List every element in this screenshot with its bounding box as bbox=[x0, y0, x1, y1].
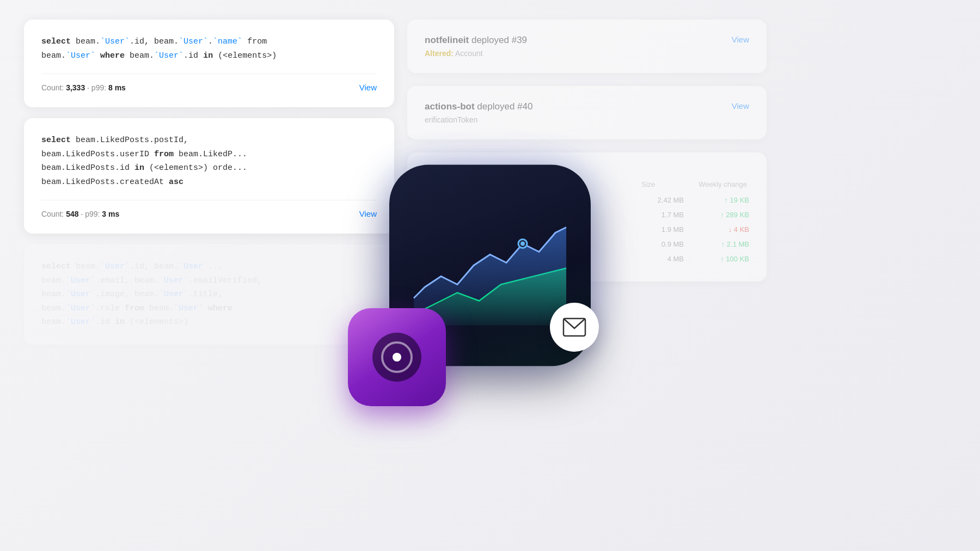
deploy-title-1: notfelineit deployed #39 bbox=[425, 35, 527, 46]
size-row: comments 1.9 MB ↓ 4 KB bbox=[425, 222, 749, 237]
db-size-label: e size: 125 MB ↑ 3.7 MB bbox=[425, 168, 749, 177]
view-link-2[interactable]: View bbox=[359, 209, 377, 218]
size-row: post_media 0.9 MB ↑ 2.1 MB bbox=[425, 237, 749, 252]
sql-meta-2: Count: 548 · p99: 3 ms View bbox=[41, 209, 377, 218]
size-rows: token 2.42 MB ↑ 19 KB teams 1.7 MB ↑ 289… bbox=[425, 193, 749, 266]
table-change: ↑ 19 KB bbox=[706, 196, 749, 204]
right-panel: notfelineit deployed #39 Altered: Accoun… bbox=[407, 20, 767, 281]
deploy-title-2: actions-bot deployed #40 bbox=[425, 101, 532, 112]
table-size: 1.9 MB bbox=[646, 225, 684, 234]
sql-card-2: select beam.LikedPosts.postId, beam.Like… bbox=[24, 118, 394, 234]
deploy-card-2: actions-bot deployed #40 erificationToke… bbox=[407, 86, 767, 139]
table-change: ↓ 4 KB bbox=[706, 225, 749, 234]
db-size-increase: ↑ 3.7 MB bbox=[485, 168, 518, 177]
db-size-card: e size: 125 MB ↑ 3.7 MB Size Weekly chan… bbox=[407, 152, 767, 281]
count-label-1: Count: bbox=[41, 83, 64, 92]
sql-where: where bbox=[100, 51, 125, 60]
deploy-subtitle-2: erificationToken bbox=[425, 115, 532, 124]
sql-code-2: select beam.LikedPosts.postId, beam.Like… bbox=[41, 133, 377, 189]
deploy-info-1: notfelineit deployed #39 Altered: Accoun… bbox=[425, 35, 527, 58]
size-table-header: Size Weekly change bbox=[425, 180, 749, 188]
table-name: teams bbox=[425, 211, 446, 219]
size-row: 2 other tables 4 MB ↑ 100 KB bbox=[425, 252, 749, 266]
sql-code-3: select beam.`User`.id, beam.`User`... be… bbox=[41, 260, 377, 329]
table-size: 0.9 MB bbox=[646, 240, 684, 248]
db-size-value: 125 MB bbox=[451, 168, 479, 177]
sql-keyword: select bbox=[41, 37, 71, 46]
table-name: 2 other tables bbox=[425, 255, 485, 263]
table-size: 2.42 MB bbox=[646, 196, 684, 204]
view-link-1[interactable]: View bbox=[359, 83, 377, 92]
deploy-view-1[interactable]: View bbox=[732, 35, 749, 44]
p99-label-1: p99: bbox=[91, 83, 106, 92]
table-change: ↑ 100 KB bbox=[706, 255, 749, 263]
size-row: teams 1.7 MB ↑ 289 KB bbox=[425, 207, 749, 222]
size-row: token 2.42 MB ↑ 19 KB bbox=[425, 193, 749, 207]
p99-label-2: p99: bbox=[85, 210, 100, 218]
deploy-view-2[interactable]: View bbox=[732, 101, 749, 111]
table-name: comments bbox=[425, 225, 459, 234]
deploy-card-1: notfelineit deployed #39 Altered: Accoun… bbox=[407, 20, 767, 73]
table-name: token bbox=[425, 196, 446, 204]
count-label-2: Count: bbox=[41, 210, 64, 218]
deploy-info-2: actions-bot deployed #40 erificationToke… bbox=[425, 101, 532, 124]
sql-card-3: select beam.`User`.id, beam.`User`... be… bbox=[24, 244, 394, 345]
p99-value-1: 8 ms bbox=[108, 83, 126, 92]
table-change: ↑ 289 KB bbox=[706, 211, 749, 219]
sql-from-keyword: from bbox=[247, 37, 267, 46]
table-name: post_media bbox=[425, 240, 467, 248]
deploy-subtitle-1: Altered: Account bbox=[425, 49, 527, 58]
left-panel: select beam.`User`.id, beam.`User`.`name… bbox=[24, 20, 394, 345]
count-value-1: 3,333 bbox=[66, 83, 85, 92]
count-value-2: 548 bbox=[66, 210, 78, 218]
sql-code-1: select beam.`User`.id, beam.`User`.`name… bbox=[41, 35, 377, 63]
sql-card-1: select beam.`User`.id, beam.`User`.`name… bbox=[24, 20, 394, 107]
table-size: 1.7 MB bbox=[646, 211, 684, 219]
table-change: ↑ 2.1 MB bbox=[706, 240, 749, 248]
sql-meta-1: Count: 3,333 · p99: 8 ms View bbox=[41, 83, 377, 92]
table-size: 4 MB bbox=[646, 255, 684, 263]
p99-value-2: 3 ms bbox=[102, 210, 119, 218]
